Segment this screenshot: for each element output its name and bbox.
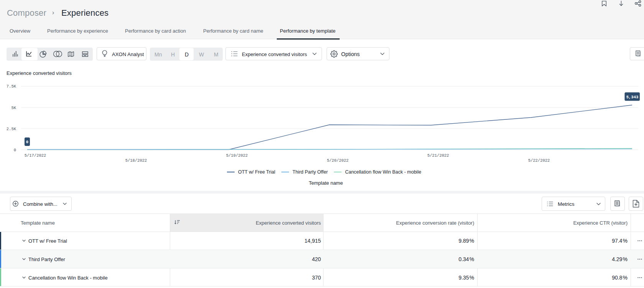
svg-text:5K: 5K bbox=[11, 106, 16, 110]
svg-text:5/22/2022: 5/22/2022 bbox=[528, 158, 550, 163]
svg-text:5/19/2022: 5/19/2022 bbox=[226, 153, 248, 158]
svg-text:5/17/2022: 5/17/2022 bbox=[25, 153, 46, 158]
svg-text:0: 0 bbox=[14, 148, 16, 152]
svg-text:5/20/2022: 5/20/2022 bbox=[327, 158, 349, 163]
svg-text:5,343: 5,343 bbox=[626, 95, 639, 99]
svg-text:5/18/2022: 5/18/2022 bbox=[125, 158, 147, 163]
svg-text:7.5K: 7.5K bbox=[7, 84, 16, 89]
svg-text:2.5K: 2.5K bbox=[7, 127, 16, 131]
svg-text:0: 0 bbox=[26, 140, 28, 144]
svg-text:5/21/2022: 5/21/2022 bbox=[427, 153, 449, 158]
